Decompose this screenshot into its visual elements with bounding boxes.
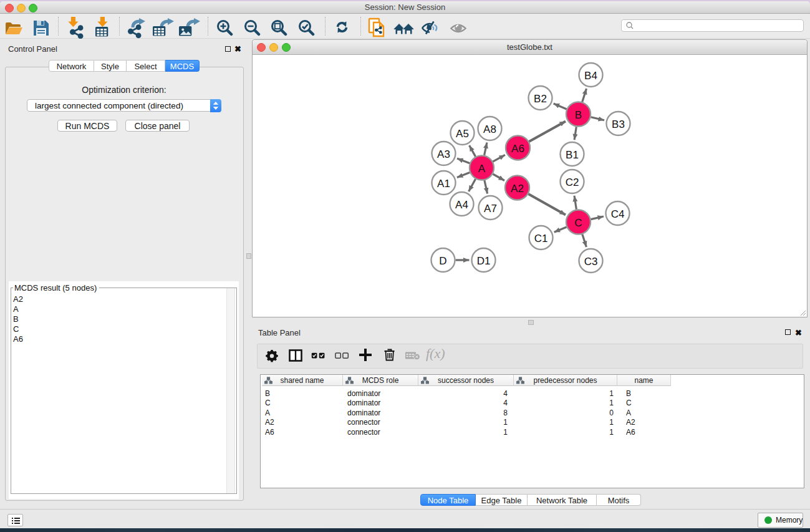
svg-text:A6: A6 <box>511 143 524 155</box>
svg-text:B2: B2 <box>534 93 547 105</box>
svg-text:A2: A2 <box>511 183 524 195</box>
svg-text:B1: B1 <box>566 149 579 161</box>
svg-text:A4: A4 <box>455 199 468 211</box>
svg-text:A: A <box>478 163 486 175</box>
svg-text:C2: C2 <box>566 177 579 188</box>
svg-text:B4: B4 <box>584 70 597 82</box>
svg-text:C3: C3 <box>584 256 598 268</box>
svg-text:A7: A7 <box>484 203 497 215</box>
svg-text:C: C <box>574 217 582 229</box>
svg-text:D: D <box>439 255 446 267</box>
svg-text:A8: A8 <box>483 123 496 135</box>
svg-text:D1: D1 <box>477 255 491 267</box>
svg-text:A3: A3 <box>437 148 450 160</box>
svg-text:C4: C4 <box>611 208 625 220</box>
svg-text:B: B <box>575 109 582 121</box>
svg-text:B3: B3 <box>612 118 625 130</box>
svg-text:C1: C1 <box>534 233 548 244</box>
svg-text:A5: A5 <box>456 128 469 140</box>
svg-text:A1: A1 <box>437 178 450 190</box>
